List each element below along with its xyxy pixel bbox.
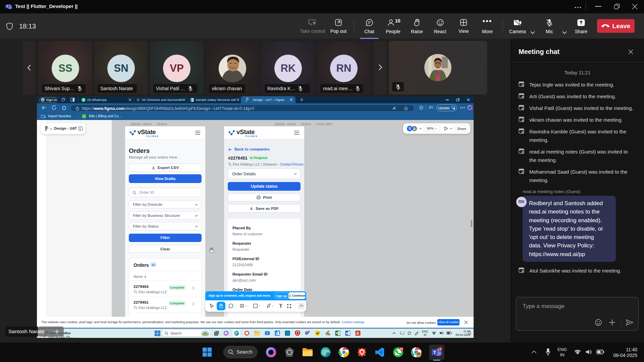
- svg-text:T: T: [433, 350, 436, 355]
- svg-text:T: T: [306, 332, 308, 334]
- svg-text:1: 1: [440, 347, 441, 351]
- svg-text:PDF: PDF: [357, 334, 360, 335]
- svg-text:T: T: [6, 5, 8, 8]
- svg-text:81: 81: [400, 348, 403, 351]
- svg-text:O: O: [276, 332, 277, 334]
- svg-text:2: 2: [308, 330, 309, 333]
